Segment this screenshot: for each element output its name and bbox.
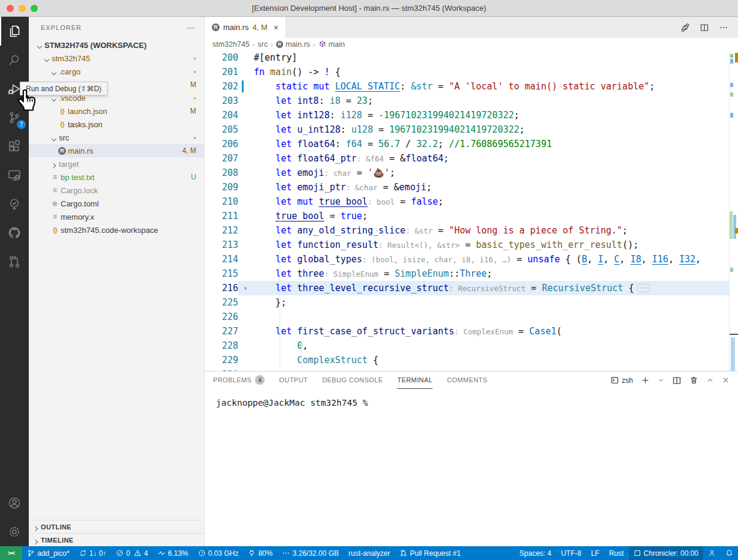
status-notifications[interactable] — [721, 546, 738, 560]
status-language-mode[interactable]: Rust — [604, 546, 629, 560]
status-encoding[interactable]: UTF-8 — [556, 546, 586, 560]
more-actions-icon[interactable]: ⋯ — [187, 23, 196, 32]
tree-item-cargo.toml[interactable]: Cargo.toml — [29, 197, 204, 210]
json-file-icon: {} — [56, 107, 68, 115]
status-memory-usage[interactable]: 3.26/32.00 GB — [277, 546, 343, 560]
activity-account-icon[interactable] — [0, 489, 29, 517]
ruler-mark — [735, 53, 738, 62]
code-editor[interactable]: 200#[entry]201fn main() -> ! {202 static… — [205, 50, 738, 371]
explorer-header: EXPLORER ⋯ — [29, 17, 204, 38]
problems-count-badge: 4 — [255, 375, 265, 385]
code-line-227: 227 let first_case_of_struct_variants: C… — [205, 324, 738, 339]
line-number: 212 — [205, 223, 238, 238]
status-problems-summary[interactable]: 04 — [111, 546, 152, 560]
activity-explorer-icon[interactable] — [0, 17, 29, 46]
tree-item-src[interactable]: src● — [29, 131, 204, 144]
status-feedback[interactable] — [703, 546, 721, 560]
status-rust-analyzer-status[interactable]: rust-analyzer — [344, 546, 395, 560]
line-number: 208 — [205, 166, 238, 180]
status-git-branch[interactable]: add_pico* — [22, 546, 74, 560]
status-power-usage[interactable]: 80% — [243, 546, 277, 560]
panel-tab-comments[interactable]: COMMENTS — [447, 372, 487, 389]
json-file-icon: {} — [56, 121, 68, 128]
activity-pull-requests-icon[interactable] — [0, 247, 29, 276]
activity-search-icon[interactable] — [0, 46, 29, 74]
kill-terminal-button[interactable] — [689, 376, 698, 385]
zoom-window-button[interactable] — [31, 5, 38, 12]
chevron-right-icon — [49, 160, 59, 167]
tree-item-stm32h745.code-workspace[interactable]: {}stm32h745.code-workspace — [29, 223, 204, 236]
sync-icon — [79, 549, 87, 557]
terminal-dropdown-icon[interactable] — [658, 377, 664, 384]
status-chronicler-timer[interactable]: Chronicler: 00:00 — [629, 546, 703, 560]
status-cpu-frequency[interactable]: 0.03 GHz — [193, 546, 244, 560]
tree-item-target[interactable]: target — [29, 157, 204, 170]
breadcrumb-item[interactable]: src — [258, 40, 268, 49]
file-icon: ≡ — [49, 173, 61, 181]
close-window-button[interactable] — [7, 5, 14, 12]
terminal-shell-selector[interactable]: zsh — [610, 376, 633, 385]
panel-tab-output[interactable]: OUTPUT — [279, 372, 308, 389]
activity-remote-explorer-icon[interactable] — [0, 161, 29, 190]
plug-icon — [248, 549, 256, 557]
tree-item-launch.json[interactable]: {}launch.jsonM — [29, 104, 204, 118]
tree-item-main.rs[interactable]: Rmain.rs4, M — [29, 144, 204, 157]
folded-code-ellipsis[interactable]: ··· — [637, 284, 650, 292]
line-number: 206 — [205, 137, 238, 151]
tree-item-stm32h745-workspace-[interactable]: STM32H745 (WORKSPACE) — [29, 38, 204, 52]
tree-item-tasks.json[interactable]: {}tasks.json — [29, 118, 204, 131]
maximize-panel-button[interactable] — [706, 376, 714, 384]
chevron-down-icon — [49, 95, 59, 101]
minimize-window-button[interactable] — [19, 5, 26, 12]
tree-item-bp-test.txt[interactable]: ≡bp test.txtU — [29, 170, 204, 184]
chevron-down-icon — [35, 42, 44, 48]
status-remote-indicator[interactable]: >< — [0, 546, 22, 560]
close-panel-button[interactable] — [722, 376, 730, 384]
fold-chevron[interactable]: › — [243, 281, 248, 295]
chevron-right-icon — [31, 523, 41, 531]
file-tree: STM32H745 (WORKSPACE)stm32h745●.cargo●M.… — [29, 38, 204, 236]
activity-settings-gear-icon[interactable] — [0, 517, 29, 546]
panel-tab-terminal[interactable]: TERMINAL — [397, 372, 433, 389]
status-pull-request-status[interactable]: Pull Request #1 — [395, 546, 466, 560]
status-git-sync[interactable]: 1↓ 0↑ — [74, 546, 112, 560]
breadcrumb-item[interactable]: stm32h745 — [212, 40, 250, 49]
tree-item-memory.x[interactable]: ≡memory.x — [29, 210, 204, 223]
open-changes-button[interactable] — [680, 23, 690, 32]
outline-section-header[interactable]: OUTLINE — [29, 520, 204, 533]
code-line-205: 205 let u_int128: u128 = 196710231994021… — [205, 122, 738, 137]
terminal-output[interactable]: jacknoppe@JackMac stm32h745 % — [205, 389, 738, 408]
panel-tab-debug-console[interactable]: DEBUG CONSOLE — [322, 372, 383, 389]
bottom-panel: PROBLEMS4OUTPUTDEBUG CONSOLETERMINALCOMM… — [205, 371, 738, 546]
split-terminal-button[interactable] — [672, 376, 682, 385]
breadcrumb-separator: › — [253, 41, 255, 48]
panel-tab-problems[interactable]: PROBLEMS4 — [213, 372, 265, 389]
changes-dot-badge: ● — [193, 95, 196, 101]
activity-github-icon[interactable] — [0, 218, 29, 247]
timeline-section-header[interactable]: TIMELINE — [29, 533, 204, 546]
close-tab-icon[interactable]: × — [274, 23, 278, 32]
breadcrumb-item[interactable]: main — [319, 40, 345, 49]
changes-dot-badge: ● — [193, 135, 196, 140]
new-terminal-button[interactable] — [641, 376, 650, 385]
indent-guide — [280, 79, 280, 371]
activity-extensions-icon[interactable] — [0, 132, 29, 161]
line-number: 201 — [205, 65, 238, 79]
pull-request-icon — [400, 549, 407, 557]
tree-item-cargo.lock[interactable]: ≡Cargo.lock — [29, 184, 204, 197]
breadcrumb-item[interactable]: Rmain.rs — [276, 40, 310, 49]
overview-ruler[interactable] — [729, 50, 738, 371]
error-icon — [116, 549, 124, 557]
status-indentation[interactable]: Spaces: 4 — [515, 546, 556, 560]
dots-icon — [282, 549, 290, 557]
more-actions-button[interactable] — [719, 23, 728, 32]
tab-main-rs[interactable]: R main.rs 4, M × — [205, 17, 286, 38]
ruler-mark — [730, 334, 738, 335]
activity-tree-check-icon[interactable] — [0, 190, 29, 218]
status-eol[interactable]: LF — [586, 546, 604, 560]
line-number: 228 — [205, 339, 238, 353]
tree-item-stm32h745[interactable]: stm32h745● — [29, 52, 204, 65]
split-editor-button[interactable] — [700, 23, 709, 32]
status-cpu-usage[interactable]: 6.13% — [153, 546, 193, 560]
tree-item-.cargo[interactable]: .cargo● — [29, 65, 204, 78]
